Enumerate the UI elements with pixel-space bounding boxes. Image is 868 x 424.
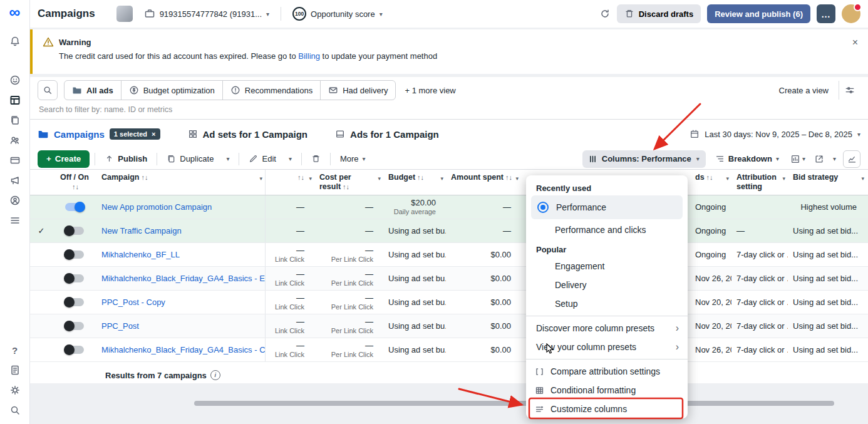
sort-icon[interactable]: ↑↓: [505, 173, 512, 181]
filter-caret-icon[interactable]: ▾: [861, 174, 864, 184]
menu-item-view-your-presets[interactable]: View your column presets ›: [526, 338, 688, 356]
breakdown-button[interactable]: Breakdown ▾: [711, 150, 783, 168]
search-icon[interactable]: [4, 401, 26, 420]
tab-recommendations[interactable]: Recommendations: [223, 81, 321, 100]
column-header-bid-strategy[interactable]: Bid strategy ▾: [788, 170, 867, 195]
table-row[interactable]: Mikhalchenko_Black_Friday_GA4_Basics - C…: [30, 338, 868, 362]
notifications-bell-icon[interactable]: [4, 32, 26, 51]
menu-item-customize-columns[interactable]: Customize columns: [526, 400, 688, 418]
table-row[interactable]: New App promotion Campaign — — $20.00Dai…: [30, 195, 868, 219]
filter-caret-icon[interactable]: ▾: [515, 174, 519, 184]
column-header-campaign[interactable]: Campaign↑↓ ▾: [96, 170, 266, 195]
table-row[interactable]: Mikhalchenko_Black_Friday_GA4_Basics - E…: [30, 267, 868, 291]
campaigns-table-icon[interactable]: [4, 91, 26, 110]
create-button[interactable]: + Create: [38, 150, 90, 168]
filter-caret-icon[interactable]: ▾: [378, 174, 381, 184]
ads-megaphone-icon[interactable]: [4, 171, 26, 190]
sort-icon[interactable]: ↑↓: [141, 173, 148, 181]
create-a-view-button[interactable]: Create a view: [779, 86, 829, 95]
columns-button[interactable]: Columns: Performance ▾: [582, 150, 706, 168]
campaign-name-link[interactable]: Mikhalchenko_BF_LL: [101, 250, 260, 260]
campaign-name-link[interactable]: Mikhalchenko_Black_Friday_GA4_Basics - C…: [101, 345, 260, 355]
sort-icon[interactable]: ↑↓: [72, 183, 79, 190]
more-button[interactable]: More ▾: [336, 150, 370, 168]
menu-item-delivery[interactable]: Delivery: [526, 276, 688, 294]
search-filter-input[interactable]: Search to filter by: name. ID or metrics: [30, 100, 868, 120]
reports-doc-icon[interactable]: [4, 361, 26, 380]
date-range-selector[interactable]: Last 30 days: Nov 9, 2025 – Dec 8, 2025 …: [690, 129, 860, 139]
billing-link[interactable]: Billing: [298, 51, 320, 61]
column-header-off-on[interactable]: Off / On ↑↓: [53, 170, 96, 195]
export-caret-button[interactable]: ▾: [831, 150, 838, 168]
table-row[interactable]: Mikhalchenko_BF_LL —Link Click —Per Link…: [30, 243, 868, 267]
publish-button[interactable]: Publish: [100, 150, 152, 168]
sort-icon[interactable]: ↑↓: [343, 183, 349, 190]
review-and-publish-button[interactable]: Review and publish (6): [707, 4, 810, 23]
campaign-name-link[interactable]: Mikhalchenko_Black_Friday_GA4_Basics - E…: [101, 274, 260, 284]
tab-ad-sets[interactable]: Ad sets for 1 Campaign: [188, 129, 308, 140]
campaign-toggle[interactable]: [53, 195, 96, 219]
tab-campaigns[interactable]: Campaigns 1 selected ×: [38, 128, 160, 140]
view-settings-sliders-icon[interactable]: [839, 81, 860, 100]
campaign-toggle[interactable]: [53, 267, 96, 290]
opportunity-score-selector[interactable]: 100 Opportunity score ▾: [287, 7, 388, 21]
row-select-cell[interactable]: [30, 195, 53, 219]
menu-item-performance-and-clicks[interactable]: Performance and clicks: [526, 219, 688, 240]
tab-budget-optimization[interactable]: Budget optimization: [121, 81, 223, 100]
meta-logo-icon[interactable]: ∞: [9, 3, 21, 21]
filter-caret-icon[interactable]: ▾: [726, 174, 729, 184]
filter-caret-icon[interactable]: ▾: [440, 174, 443, 184]
tab-ads[interactable]: Ads for 1 Campaign: [335, 129, 439, 140]
row-select-cell[interactable]: ✓: [30, 219, 53, 242]
sort-icon[interactable]: ↑↓: [297, 173, 304, 181]
campaign-toggle[interactable]: [53, 338, 96, 361]
column-header-amount-spent[interactable]: Amount spent↑↓ ▾: [446, 170, 521, 195]
menu-item-engagement[interactable]: Engagement: [526, 257, 688, 276]
filter-caret-icon[interactable]: ▾: [782, 174, 785, 184]
menu-item-discover-more-presets[interactable]: Discover more column presets ›: [526, 319, 688, 338]
row-select-cell[interactable]: [30, 243, 53, 266]
sort-icon[interactable]: ↑↓: [417, 173, 424, 181]
column-header-results[interactable]: ↑↓ ▾: [266, 170, 314, 195]
row-select-cell[interactable]: [30, 267, 53, 290]
all-tools-menu-icon[interactable]: [4, 211, 26, 230]
menu-item-conditional-formatting[interactable]: Conditional formatting: [526, 381, 688, 400]
campaign-name-link[interactable]: New Traffic Campaign: [101, 226, 260, 236]
campaign-toggle[interactable]: [53, 219, 96, 242]
export-button[interactable]: [812, 150, 826, 168]
search-toggle-button[interactable]: [38, 80, 58, 100]
filter-caret-icon[interactable]: ▾: [259, 174, 262, 184]
help-icon[interactable]: ?: [4, 341, 26, 359]
row-select-cell[interactable]: [30, 314, 53, 338]
row-select-cell[interactable]: [30, 291, 53, 314]
table-row[interactable]: PPC_Post —Link Click —Per Link Click Usi…: [30, 314, 868, 338]
radio-selected-icon[interactable]: [537, 202, 549, 213]
duplicate-caret-button[interactable]: ▾: [222, 150, 234, 168]
column-header-budget[interactable]: Budget↑↓ ▾: [383, 170, 446, 195]
delete-trash-icon[interactable]: [307, 150, 325, 168]
info-icon[interactable]: i: [210, 370, 220, 380]
more-views-button[interactable]: + 1 more view: [405, 86, 455, 95]
filter-caret-icon[interactable]: ▾: [309, 174, 312, 184]
campaign-name-link[interactable]: PPC_Post - Copy: [101, 297, 260, 308]
table-row[interactable]: PPC_Post - Copy —Link Click —Per Link Cl…: [30, 291, 868, 314]
account-quality-icon[interactable]: [4, 71, 26, 90]
clear-selection-icon[interactable]: ×: [152, 130, 155, 138]
edit-button[interactable]: Edit: [244, 150, 280, 168]
column-header-cost-per-result[interactable]: Cost per result↑↓ ▾: [314, 170, 383, 195]
row-select-cell[interactable]: [30, 338, 53, 361]
pages-icon[interactable]: [4, 111, 26, 130]
audiences-icon[interactable]: [4, 131, 26, 150]
sort-icon[interactable]: ↑↓: [706, 173, 713, 181]
close-icon[interactable]: ×: [852, 37, 858, 48]
campaign-name-link[interactable]: PPC_Post: [101, 321, 260, 331]
campaign-toggle[interactable]: [53, 243, 96, 266]
table-row[interactable]: ✓ New Traffic Campaign — — Using ad set …: [30, 219, 868, 243]
campaign-name-link[interactable]: New App promotion Campaign: [101, 202, 260, 212]
edit-caret-button[interactable]: ▾: [284, 150, 296, 168]
charts-button[interactable]: [843, 150, 860, 168]
reports-button[interactable]: ▾: [788, 150, 807, 168]
menu-item-setup[interactable]: Setup: [526, 294, 688, 313]
discard-drafts-button[interactable]: Discard drafts: [617, 4, 701, 23]
tab-had-delivery[interactable]: Had delivery: [321, 81, 395, 100]
